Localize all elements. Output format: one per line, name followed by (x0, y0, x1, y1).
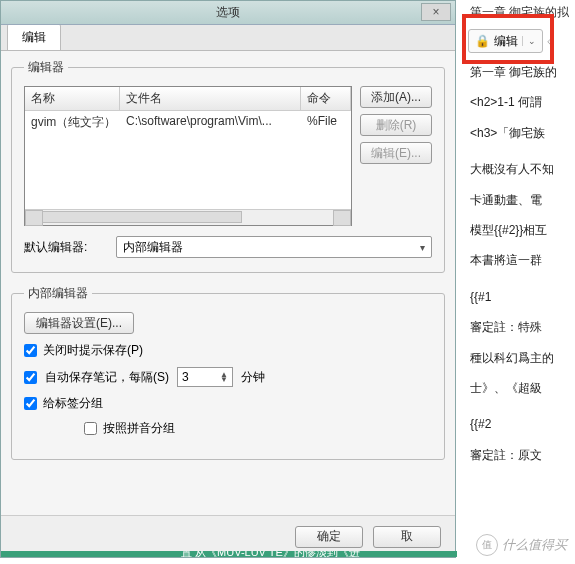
doc-line: {{#2 (470, 414, 563, 434)
autosave-checkbox[interactable] (24, 371, 37, 384)
delete-button[interactable]: 删除(R) (360, 114, 432, 136)
document-pane: 第一章 御宅族的拟 🔒 编辑 ⌄ ⟐ 第一章 御宅族的<h2>1-1 何謂<h3… (458, 0, 575, 564)
dialog-title: 选项 (216, 4, 240, 21)
editor-table[interactable]: 名称 文件名 命令 gvim（纯文字） C:\software\program\… (24, 86, 352, 226)
autosave-interval-spinner[interactable]: 3 ▲▼ (177, 367, 233, 387)
default-editor-label: 默认编辑器: (24, 239, 104, 256)
editor-group: 编辑器 名称 文件名 命令 gvim（纯文字） C:\software\prog… (11, 59, 445, 273)
tab-bar: 编辑 (1, 25, 455, 51)
doc-line: 審定註：原文 (470, 445, 563, 465)
watermark-logo-icon: 值 (476, 534, 498, 556)
doc-line: <h2>1-1 何謂 (470, 92, 563, 112)
table-row[interactable]: gvim（纯文字） C:\software\program\Vim\... %F… (25, 111, 351, 134)
col-cmd[interactable]: 命令 (301, 87, 351, 110)
chevron-down-icon: ⌄ (522, 36, 536, 46)
tab-edit[interactable]: 编辑 (7, 24, 61, 50)
col-name[interactable]: 名称 (25, 87, 120, 110)
doc-line: 第一章 御宅族的 (470, 62, 563, 82)
editor-settings-button[interactable]: 编辑器设置(E)... (24, 312, 134, 334)
doc-line: {{#1 (470, 287, 563, 307)
titlebar[interactable]: 选项 × (1, 1, 455, 25)
doc-line: 模型{{#2}}相互 (470, 220, 563, 240)
doc-line: 本書將這一群 (470, 250, 563, 270)
close-icon[interactable]: × (421, 3, 451, 21)
default-editor-select[interactable]: 内部编辑器 ▾ (116, 236, 432, 258)
pinyin-group-checkbox[interactable] (84, 422, 97, 435)
bookmark-icon[interactable]: ⟐ (547, 34, 554, 48)
doc-line: 士》、《超級 (470, 378, 563, 398)
internal-editor-legend: 内部编辑器 (24, 285, 92, 302)
internal-editor-group: 内部编辑器 编辑器设置(E)... 关闭时提示保存(P) 自动保存笔记，每隔(S… (11, 285, 445, 460)
doc-line: 大概沒有人不知 (470, 159, 563, 179)
horizontal-scrollbar[interactable] (25, 209, 351, 225)
ok-button[interactable]: 确定 (295, 526, 363, 548)
chevron-down-icon: ▾ (420, 242, 425, 253)
edit-dropdown-button[interactable]: 🔒 编辑 ⌄ (468, 29, 543, 53)
prompt-save-checkbox[interactable] (24, 344, 37, 357)
doc-line: 種以科幻爲主的 (470, 348, 563, 368)
doc-line: 卡通動畫、電 (470, 190, 563, 210)
cancel-button[interactable]: 取 (373, 526, 441, 548)
edit-button[interactable]: 编辑(E)... (360, 142, 432, 164)
watermark: 值 什么值得买 (476, 534, 567, 556)
doc-line: 審定註：特殊 (470, 317, 563, 337)
options-dialog: 选项 × 编辑 编辑器 名称 文件名 命令 gvim（纯文字） C:\softw… (0, 0, 456, 558)
doc-top-line: 第一章 御宅族的拟 (462, 0, 571, 26)
doc-line: <h3>「御宅族 (470, 123, 563, 143)
col-file[interactable]: 文件名 (120, 87, 301, 110)
group-tags-checkbox[interactable] (24, 397, 37, 410)
add-button[interactable]: 添加(A)... (360, 86, 432, 108)
editor-legend: 编辑器 (24, 59, 68, 76)
background-strip-text: 置 从《MUV-LUV TE》的惨淡到《进 (181, 551, 360, 557)
lock-icon: 🔒 (475, 34, 490, 48)
